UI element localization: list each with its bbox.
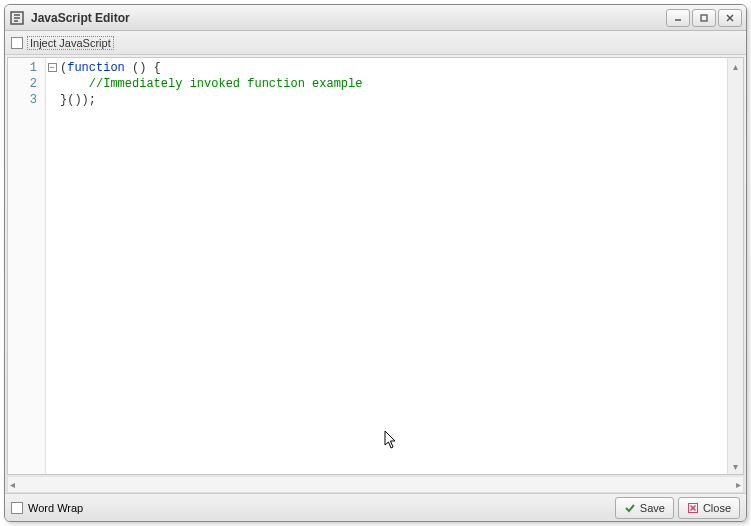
scroll-right-icon[interactable]: ▸	[736, 479, 741, 490]
fold-toggle-icon[interactable]: −	[48, 63, 57, 72]
minimize-button[interactable]	[666, 9, 690, 27]
line-number: 2	[8, 76, 45, 92]
close-button[interactable]: Close	[678, 497, 740, 519]
fold-gutter: −	[46, 58, 58, 474]
horizontal-scrollbar[interactable]: ◂ ▸	[7, 477, 744, 493]
titlebar: JavaScript Editor	[5, 5, 746, 31]
save-button[interactable]: Save	[615, 497, 674, 519]
scroll-down-icon[interactable]: ▾	[728, 458, 743, 474]
window-controls	[666, 9, 742, 27]
svg-rect-2	[701, 15, 707, 21]
close-label: Close	[703, 502, 731, 514]
editor-window: JavaScript Editor Inject JavaScript 1 2 …	[4, 4, 747, 522]
word-wrap-label: Word Wrap	[28, 502, 83, 514]
toolbar: Inject JavaScript	[5, 31, 746, 55]
line-number-gutter: 1 2 3	[8, 58, 46, 474]
maximize-button[interactable]	[692, 9, 716, 27]
word-wrap-checkbox[interactable]	[11, 502, 23, 514]
app-icon	[9, 10, 25, 26]
code-content[interactable]: (function () { //Immediately invoked fun…	[58, 58, 743, 474]
inject-js-checkbox[interactable]	[11, 37, 23, 49]
scroll-left-icon[interactable]: ◂	[10, 479, 15, 490]
window-title: JavaScript Editor	[31, 11, 666, 25]
check-icon	[624, 502, 636, 514]
close-window-button[interactable]	[718, 9, 742, 27]
close-icon	[687, 502, 699, 514]
inject-js-label: Inject JavaScript	[27, 36, 114, 50]
line-number: 3	[8, 92, 45, 108]
vertical-scrollbar[interactable]: ▴ ▾	[727, 58, 743, 474]
code-editor[interactable]: 1 2 3 − (function () { //Immediately inv…	[7, 57, 744, 475]
save-label: Save	[640, 502, 665, 514]
scroll-up-icon[interactable]: ▴	[728, 58, 743, 74]
line-number: 1	[8, 60, 45, 76]
footer: Word Wrap Save Close	[5, 493, 746, 521]
